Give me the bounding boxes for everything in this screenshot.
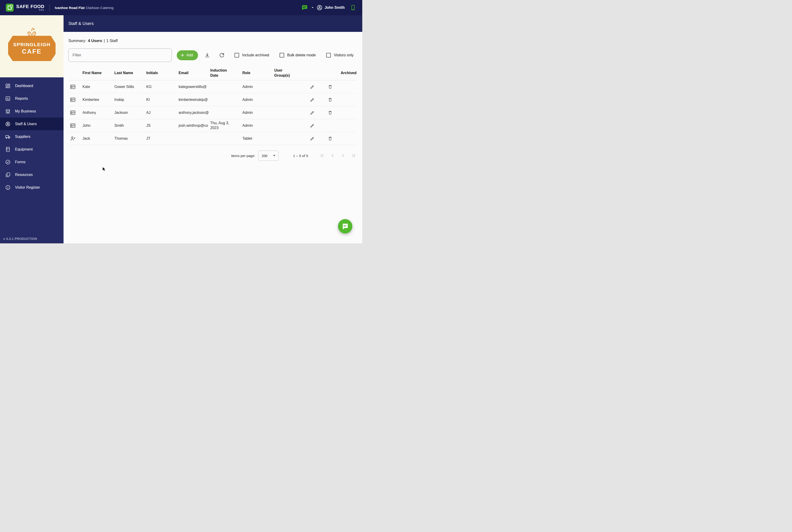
add-button[interactable]: Add [177, 50, 198, 60]
sidebar-item-staff-users[interactable]: Staff & Users [0, 117, 63, 130]
location-name: Ivanhoe Road Flat [55, 6, 85, 10]
cell-initials: JT [146, 136, 179, 140]
download-button[interactable] [202, 50, 213, 60]
staff-users-table: First Name Last Name Initials Email Indu… [68, 65, 356, 145]
trash-icon [328, 84, 333, 89]
previous-page-button[interactable] [330, 153, 336, 159]
pencil-icon [310, 123, 315, 128]
page-content: Summary: 4 Users | 1 Staff Add [63, 39, 362, 161]
sidebar-item-resources[interactable]: Resources [0, 168, 63, 181]
chevron-right-icon [340, 153, 346, 158]
col-user-groups: User Group(s) [274, 68, 290, 78]
cell-initials: KG [146, 85, 179, 89]
top-bar: SAFE FOOD PRO Ivanhoe Road FlatClarkson … [0, 0, 362, 15]
sidebar-item-forms[interactable]: Forms [0, 156, 63, 168]
cell-email: kategowerstills@ [179, 85, 210, 89]
delete-button[interactable] [321, 97, 339, 102]
visitors-only-checkbox[interactable]: Visitors only [326, 53, 354, 57]
visitor-badge-icon [5, 185, 11, 190]
cell-initials: JS [146, 124, 179, 128]
first-page-button[interactable] [319, 153, 325, 159]
col-role: Role [242, 71, 274, 75]
cell-role: Admin [242, 124, 274, 128]
last-page-icon [351, 153, 356, 158]
toolbar: Add Include archived Bulk delete mode [68, 49, 356, 62]
trash-icon [328, 110, 333, 115]
cell-role: Admin [242, 111, 274, 115]
cell-role: Admin [242, 85, 274, 89]
include-archived-checkbox[interactable]: Include archived [235, 53, 269, 57]
sidebar-item-visitor-register[interactable]: Visitor Register [0, 181, 63, 194]
brand-logo[interactable]: SAFE FOOD PRO [0, 4, 44, 12]
pencil-icon [310, 136, 315, 141]
table-row: John Smith JS josh.winthrop@co Thu, Aug … [68, 119, 356, 132]
cell-initials: AJ [146, 111, 179, 115]
refresh-icon [219, 52, 225, 58]
checkbox-icon [235, 53, 239, 57]
safefood-logo-icon [6, 4, 14, 12]
sidebar-item-suppliers[interactable]: Suppliers [0, 130, 63, 143]
plus-icon [181, 53, 184, 57]
cafe-logo-line2: CAFE [22, 48, 42, 55]
messages-button[interactable] [299, 2, 310, 13]
delete-button[interactable] [321, 136, 339, 141]
delete-button[interactable] [321, 84, 339, 89]
sidebar-item-equipment[interactable]: Equipment [0, 143, 63, 156]
summary-line: Summary: 4 Users | 1 Staff [68, 39, 356, 43]
edit-button[interactable] [303, 136, 321, 141]
brand-text: SAFE FOOD PRO [16, 4, 44, 11]
staff-person-icon [70, 135, 76, 141]
cell-first-name: John [82, 124, 114, 128]
sidebar-item-dashboard[interactable]: Dashboard [0, 79, 63, 92]
cell-last-name: Jackson [114, 111, 146, 115]
delete-button[interactable] [321, 110, 339, 115]
cell-email: kimberleeinskip@ [179, 98, 210, 102]
chat-launcher-button[interactable] [338, 219, 352, 233]
user-name: John Smith [325, 5, 345, 10]
copy-layers-icon [5, 172, 11, 177]
edit-button[interactable] [303, 110, 321, 115]
main-panel: Staff & Users Summary: 4 Users | 1 Staff… [63, 15, 362, 243]
user-menu[interactable]: John Smith [316, 5, 345, 11]
sidebar-item-label: Equipment [15, 147, 33, 151]
cell-last-name: Gower Stills [114, 85, 146, 89]
col-archived: Archived [339, 71, 356, 75]
sidebar-item-label: Reports [15, 96, 28, 101]
items-per-page-label: Items per page: [231, 154, 255, 158]
chevron-down-icon [273, 155, 275, 156]
page-header-band: Staff & Users [63, 15, 362, 32]
checkbox-label: Bulk delete mode [287, 53, 316, 57]
cell-role: Tablet [242, 136, 274, 140]
next-page-button[interactable] [340, 153, 346, 159]
last-page-button[interactable] [350, 153, 356, 159]
edit-button[interactable] [303, 123, 321, 128]
filter-input[interactable] [68, 49, 172, 62]
tablet-mode-button[interactable] [348, 2, 358, 13]
cell-first-name: Kimberlee [82, 98, 114, 102]
summary-label: Summary: [68, 39, 86, 43]
summary-users-count: 4 Users [88, 39, 102, 43]
sidebar-item-label: My Business [15, 109, 36, 113]
bulk-delete-mode-checkbox[interactable]: Bulk delete mode [279, 53, 316, 57]
chat-bubble-icon [301, 4, 308, 11]
first-page-icon [319, 153, 325, 158]
dashboard-icon [5, 83, 11, 89]
add-button-label: Add [186, 53, 193, 57]
pencil-icon [310, 84, 315, 89]
cell-email: anthony.jackson@ [179, 111, 210, 115]
table-row: Kate Gower Stills KG kategowerstills@ Ad… [68, 80, 356, 93]
account-dropdown-caret[interactable] [310, 2, 316, 13]
col-induction-date: Induction Date [210, 68, 231, 78]
edit-button[interactable] [303, 97, 321, 102]
brand-sub: PRO [16, 9, 44, 11]
cafe-logo-line1: SPRINGLEIGH [13, 42, 50, 48]
edit-button[interactable] [303, 84, 321, 89]
refresh-button[interactable] [217, 50, 227, 60]
brand-name: SAFE FOOD [16, 4, 44, 9]
checkbox-label: Visitors only [334, 53, 354, 57]
items-per-page-select[interactable]: 200 [258, 151, 279, 161]
checkbox-icon [279, 53, 284, 57]
sidebar-item-my-business[interactable]: My Business [0, 105, 63, 117]
chevron-down-icon [311, 6, 314, 10]
sidebar-item-reports[interactable]: Reports [0, 92, 63, 105]
